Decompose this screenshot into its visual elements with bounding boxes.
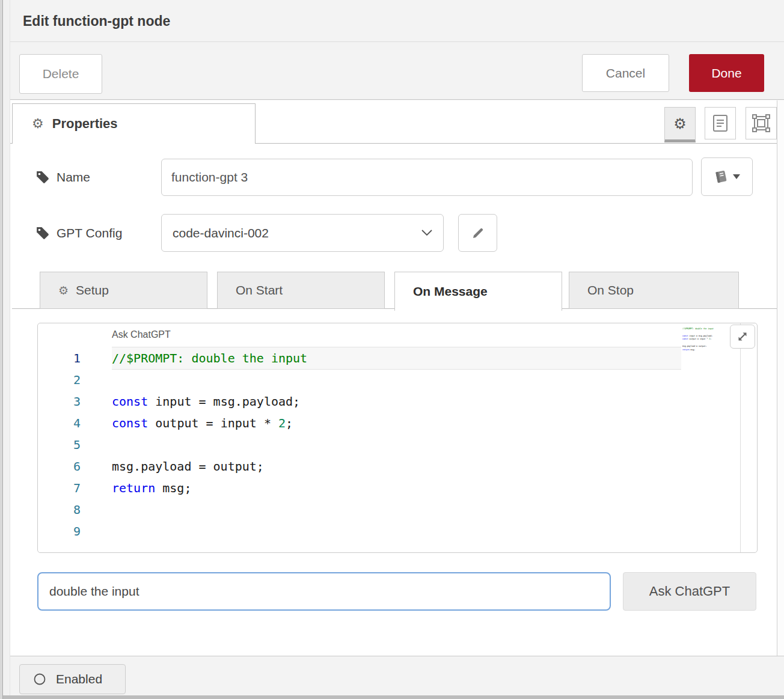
prompt-input[interactable] [37, 572, 611, 611]
minimap-divider [740, 323, 741, 552]
node-appearance-button[interactable] [746, 107, 777, 139]
circle-icon [33, 673, 46, 686]
object-group-icon [752, 114, 770, 132]
dialog-left-gutter [4, 0, 10, 695]
gpt-config-select[interactable]: code-davinci-002 [161, 214, 444, 252]
codelens-ask-chatgpt[interactable]: Ask ChatGPT [112, 329, 171, 340]
tag-icon [36, 171, 49, 184]
content-right-gutter [777, 100, 784, 656]
name-field-label: Name [36, 159, 90, 196]
tab-properties[interactable]: ⚙ Properties [12, 103, 256, 144]
name-input[interactable] [161, 159, 693, 196]
editor-code[interactable]: //$PROMPT: double the inputconst input =… [112, 347, 681, 542]
pencil-icon [471, 227, 485, 240]
gear-icon: ⚙ [32, 116, 44, 132]
gear-icon: ⚙ [673, 117, 687, 131]
properties-tab-label: Properties [52, 116, 118, 132]
code-editor[interactable]: Ask ChatGPT 123456789 //$PROMPT: double … [37, 323, 758, 553]
edit-gpt-config-button[interactable] [458, 214, 497, 252]
tag-icon [36, 227, 49, 240]
ask-chatgpt-button[interactable]: Ask ChatGPT [623, 572, 756, 611]
tab-on-stop[interactable]: On Stop [569, 272, 739, 309]
node-description-button[interactable] [705, 107, 736, 139]
dialog-title: Edit function-gpt node [23, 13, 170, 29]
expand-arrows-icon [737, 331, 749, 343]
node-settings-button[interactable]: ⚙ [664, 107, 696, 142]
gear-icon: ⚙ [58, 284, 69, 298]
expand-editor-button[interactable] [730, 325, 755, 349]
tab-on-start[interactable]: On Start [217, 272, 385, 309]
chevron-down-icon [421, 230, 432, 236]
workspace-edge-strip [0, 0, 3, 699]
book-icon [714, 169, 728, 184]
tab-on-message[interactable]: On Message [394, 272, 562, 311]
enabled-label: Enabled [56, 672, 102, 686]
node-enabled-toggle[interactable]: Enabled [19, 664, 126, 694]
file-text-icon [712, 114, 728, 132]
dialog-bottom-strip [0, 695, 784, 699]
gpt-config-field-label: GPT Config [36, 214, 122, 252]
cancel-button[interactable]: Cancel [582, 54, 669, 92]
delete-button[interactable]: Delete [19, 54, 102, 94]
gpt-config-selected-value: code-davinci-002 [173, 226, 421, 240]
library-button[interactable] [701, 157, 753, 196]
caret-down-icon [733, 174, 740, 179]
tab-setup[interactable]: ⚙ Setup [40, 272, 207, 309]
editor-gutter: 123456789 [38, 347, 104, 542]
editor-minimap[interactable]: //$PROMPT: double the inputconst input =… [682, 327, 740, 549]
done-button[interactable]: Done [689, 54, 764, 92]
